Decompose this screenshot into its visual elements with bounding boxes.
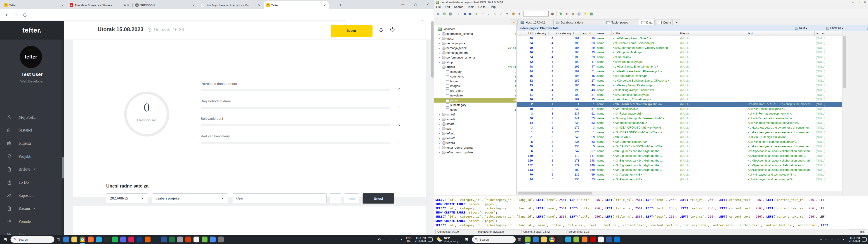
taskbar-app-app-12[interactable] xyxy=(614,237,620,242)
grid-vertical-scrollbar[interactable] xyxy=(842,31,846,195)
taskbar-app-file-explorer[interactable] xyxy=(71,237,77,242)
browser-tab-4[interactable]: Gpink floyd have a cigar lyrics - Go✕ xyxy=(198,1,263,9)
tab-close-icon[interactable]: ✕ xyxy=(61,4,64,7)
cell-id[interactable]: 66 xyxy=(521,116,534,121)
cell-text[interactable]: <p>&Scaron;TARK ARENA&nbsp;is the modern… xyxy=(747,102,815,106)
cell-id[interactable]: 150 xyxy=(521,158,534,163)
post-edit-icon[interactable]: ✓ xyxy=(486,11,492,17)
tab-close-icon[interactable]: ✕ xyxy=(323,4,327,7)
tree-expand-icon[interactable]: ▸ xyxy=(439,42,441,44)
cell-category_id[interactable]: 3 xyxy=(534,135,554,140)
cell-name[interactable]: name xyxy=(596,158,612,163)
start-button-icon[interactable]: ⊞ xyxy=(461,235,472,244)
cell-id[interactable]: 24 xyxy=(521,55,534,60)
browser-tab-5[interactable]: TTefter✕ xyxy=(264,1,329,9)
tree-db-information_schema[interactable]: ▸information_schema0 B xyxy=(434,31,517,36)
cell-text_rs[interactable]: (NULL) xyxy=(815,79,842,83)
tree-table-job_offers[interactable]: job_offers4.0 KiB xyxy=(434,88,517,93)
cell-title_rs[interactable]: (NULL) xyxy=(679,97,747,102)
cell-text_rs[interactable]: (NULL) xyxy=(815,88,842,93)
menu-tools[interactable]: Tools xyxy=(465,5,476,8)
cell-title[interactable]: <h3>Big Ideas can<br />light up the ... xyxy=(612,149,679,154)
taskbar-app-app-9[interactable] xyxy=(128,237,134,242)
tree-expand-icon[interactable]: ▸ xyxy=(439,52,441,54)
sidebar-item-računi[interactable]: Računi▼ xyxy=(0,204,61,214)
cell-title_rs[interactable]: (NULL) xyxy=(679,163,747,168)
taskbar-app-app-20[interactable] xyxy=(218,237,224,242)
session-tab-table[interactable]: Table: pages xyxy=(604,19,638,25)
cell-title[interactable]: <h3>CANDY KINGDOM</h3><p>The ... xyxy=(612,144,679,149)
new-tab-button[interactable]: + xyxy=(337,2,344,8)
cell-lang_id[interactable]: 59 xyxy=(581,135,596,140)
cell-category_id[interactable]: 4 xyxy=(534,45,554,50)
cell-title[interactable]: <p>Food &amp; Drink</p> xyxy=(612,74,679,79)
query-dropdown-icon[interactable]: ▾ xyxy=(674,19,680,25)
taskbar-app-app-17[interactable] xyxy=(193,237,199,242)
column-header-title_rs[interactable]: title_rs xyxy=(679,31,747,36)
cell-title[interactable]: <h3>Implementation</h3> xyxy=(612,121,679,125)
forward-icon[interactable] xyxy=(12,11,20,19)
tree-expand-icon[interactable]: ▸ xyxy=(439,37,441,40)
cell-title_rs[interactable]: (NULL) xyxy=(679,135,747,140)
cell-name[interactable]: name xyxy=(596,167,612,172)
cell-title[interactable]: <p>Beauty &amp; Fashion</p> xyxy=(612,83,679,88)
cell-text_rs[interactable]: (NULL) xyxy=(815,140,842,144)
cell-category_id[interactable]: 2 xyxy=(534,167,554,172)
cell-name[interactable]: name xyxy=(596,88,612,93)
cell-title[interactable]: <p>Supermarket &amp; Grocery store&nb... xyxy=(612,45,679,50)
session-tab-database[interactable]: Database: sidera xyxy=(553,19,603,25)
cell-lang_id[interactable]: 148 xyxy=(581,158,596,163)
session-tab-query[interactable]: Query xyxy=(655,19,673,25)
tray-icon-1[interactable]: ◌ xyxy=(825,238,828,241)
cell-lang_id[interactable]: 61 xyxy=(581,111,596,116)
cell-subcategory_id[interactable]: 237 xyxy=(554,111,581,116)
tree-expand-icon[interactable]: ▸ xyxy=(439,118,441,120)
sql-log-line[interactable]: SELECT `id`, `category_id`, `subcategory… xyxy=(435,207,825,210)
cell-subcategory_id[interactable]: 190 xyxy=(554,93,581,97)
idem-button[interactable]: idem xyxy=(331,25,373,37)
cell-subcategory_id[interactable]: 238 xyxy=(554,144,581,149)
tray-icon-2[interactable]: ◌ xyxy=(389,238,392,241)
cell-id[interactable]: 34 xyxy=(521,41,534,45)
cell-subcategory_id[interactable]: 233 xyxy=(554,177,581,182)
cell-title[interactable]: <p>Petrol Industry</p> xyxy=(612,60,679,64)
cell-subcategory_id[interactable]: 176 xyxy=(554,125,581,130)
tree-expand-icon[interactable]: ▸ xyxy=(439,123,441,125)
cell-title[interactable]: <p>Banking &amp; Finance</p> xyxy=(612,88,679,93)
cell-id[interactable]: 42 xyxy=(521,60,534,64)
column-header-text[interactable]: text xyxy=(747,31,815,36)
tree-table-images[interactable]: images4.2 KiB xyxy=(434,84,517,88)
tree-table-category[interactable]: category2.1 KiB xyxy=(434,69,517,74)
submit-button[interactable]: Unesi xyxy=(363,193,394,204)
cell-title_rs[interactable]: (NULL) xyxy=(679,116,747,121)
taskbar-app-file-explorer[interactable] xyxy=(541,237,547,242)
tree-table-subcategory[interactable]: subcategory5.0 KiB xyxy=(434,102,517,107)
cell-name[interactable]: name xyxy=(596,41,612,45)
cell-subcategory_id[interactable]: 193 xyxy=(554,88,581,93)
sidebar-item-ponude[interactable]: Ponude xyxy=(0,217,61,226)
taskbar-app-chrome[interactable] xyxy=(80,237,86,242)
tree-table-users[interactable]: users1.0 KiB xyxy=(434,107,517,112)
cell-title_rs[interactable]: (NULL) xyxy=(679,158,747,163)
cell-text_rs[interactable]: (NULL) xyxy=(815,60,842,64)
cell-name[interactable]: name xyxy=(596,50,612,55)
taskbar-app-app-10[interactable] xyxy=(136,237,143,242)
cell-lang_id[interactable]: 35 xyxy=(581,97,596,102)
column-header-category_id[interactable]: category_id xyxy=(534,31,554,36)
tree-db-smart2[interactable]: ▸smart2 xyxy=(434,117,517,122)
taskbar-app-app-6[interactable] xyxy=(565,237,571,242)
taskbar-app-heidisql[interactable] xyxy=(525,237,530,242)
cell-category_id[interactable]: 2 xyxy=(534,158,554,163)
cell-lang_id[interactable]: 29 xyxy=(581,45,596,50)
tree-db-tefter_demo_original[interactable]: ▸tefter_demo_original xyxy=(434,145,517,150)
logout-power-icon[interactable] xyxy=(389,26,396,33)
grid-icon[interactable]: ▦ xyxy=(588,11,594,17)
menu-go-to[interactable]: Go to xyxy=(476,5,488,8)
cell-text[interactable]: <p>Last few years the awareness of consu… xyxy=(747,125,815,130)
cell-title_rs[interactable]: (NULL) xyxy=(679,130,747,135)
cell-subcategory_id[interactable]: 188 xyxy=(554,41,581,45)
cell-id[interactable]: 70 xyxy=(521,172,534,177)
cell-text_rs[interactable]: (NULL) xyxy=(815,97,842,102)
cell-title_rs[interactable]: (NULL) xyxy=(679,106,747,111)
cell-text_rs[interactable]: (NULL) xyxy=(815,106,842,111)
